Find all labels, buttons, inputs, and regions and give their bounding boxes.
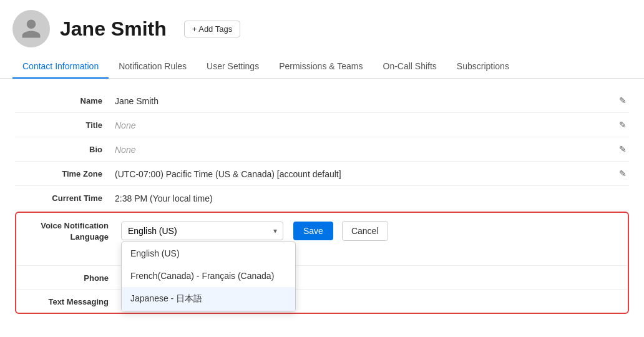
dropdown-option-fr-ca[interactable]: French(Canada) - Français (Canada) [122,265,295,287]
voice-language-label: Voice Notification Language [21,219,121,243]
title-edit-icon[interactable]: ✎ [619,120,627,130]
dropdown-option-en-us[interactable]: English (US) [122,242,295,265]
dropdown-option-ja[interactable]: Japanese - 日本語 [122,287,295,311]
name-edit-icon[interactable]: ✎ [619,95,627,105]
tab-subscriptions[interactable]: Subscriptions [447,55,519,79]
current-time-label: Current Time [15,192,115,203]
tab-contact-information[interactable]: Contact Information [12,55,109,79]
name-value: Jane Smith [115,95,629,106]
bio-label: Bio [15,144,115,154]
current-time-value: 2:38 PM (Your local time) [115,192,629,203]
voice-language-select[interactable]: English (US) [121,222,283,240]
tab-oncall-shifts[interactable]: On-Call Shifts [373,55,447,79]
bio-value: None [115,144,629,155]
title-value: None [115,119,629,130]
name-label: Name [15,95,115,105]
name-row: Name Jane Smith ✎ [15,89,629,113]
content-area: Name Jane Smith ✎ Title None ✎ Bio None … [0,79,644,324]
voice-language-dropdown-menu: English (US) French(Canada) - Français (… [121,242,296,311]
bio-edit-icon[interactable]: ✎ [619,144,627,154]
title-row: Title None ✎ [15,113,629,137]
tab-notification-rules[interactable]: Notification Rules [109,55,197,79]
timezone-edit-icon[interactable]: ✎ [619,168,627,178]
phone-label: Phone [21,272,121,283]
voice-hint-row: language for automated voice. [16,249,628,265]
voice-language-dropdown-container: English (US) ▾ English (US) French(Canad… [121,222,283,240]
text-messaging-row: Text Messaging [16,289,628,313]
page-header: Jane Smith + Add Tags [0,0,644,55]
bio-row: Bio None ✎ [15,137,629,162]
tab-bar: Contact Information Notification Rules U… [0,55,644,79]
title-label: Title [15,119,115,130]
text-messaging-label: Text Messaging [21,296,121,306]
user-avatar [12,10,50,47]
timezone-row: Time Zone (UTC-07:00) Pacific Time (US &… [15,162,629,186]
tab-user-settings[interactable]: User Settings [197,55,269,79]
cancel-button[interactable]: Cancel [342,221,388,241]
user-name-heading: Jane Smith [60,17,167,41]
timezone-value: (UTC-07:00) Pacific Time (US & Canada) [… [115,168,629,179]
save-button[interactable]: Save [293,222,333,240]
timezone-label: Time Zone [15,168,115,178]
current-time-row: Current Time 2:38 PM (Your local time) [15,186,629,210]
voice-language-row: Voice Notification Language English (US)… [16,213,628,249]
add-tags-button[interactable]: + Add Tags [184,21,240,37]
tab-permissions-teams[interactable]: Permissions & Teams [269,55,373,79]
phone-row: Phone [16,265,628,289]
